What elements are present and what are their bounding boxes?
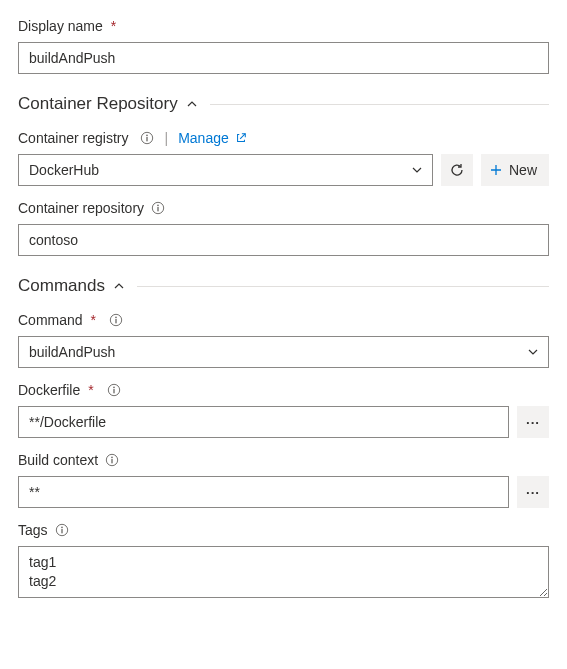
commands-section-header[interactable]: Commands — [18, 276, 549, 296]
container-registry-field: Container registry | Manage DockerHub — [18, 130, 549, 186]
ellipsis-icon: ··· — [526, 485, 540, 500]
browse-button[interactable]: ··· — [517, 476, 549, 508]
command-field: Command * buildAndPush — [18, 312, 549, 368]
required-asterisk: * — [91, 312, 96, 328]
section-divider — [210, 104, 549, 105]
info-icon[interactable] — [106, 382, 122, 398]
tags-label: Tags — [18, 522, 48, 538]
svg-point-10 — [113, 387, 115, 389]
plus-icon — [489, 163, 503, 177]
container-repository-label: Container repository — [18, 200, 144, 216]
tags-field: Tags — [18, 522, 549, 601]
command-label: Command — [18, 312, 83, 328]
svg-point-1 — [146, 135, 148, 137]
build-context-input[interactable] — [18, 476, 509, 508]
required-asterisk: * — [111, 18, 116, 34]
info-icon[interactable] — [150, 200, 166, 216]
svg-point-7 — [115, 317, 117, 319]
container-registry-label: Container registry — [18, 130, 129, 146]
refresh-icon — [449, 162, 465, 178]
build-context-field: Build context ··· — [18, 452, 549, 508]
svg-rect-8 — [115, 319, 116, 323]
dockerfile-label: Dockerfile — [18, 382, 80, 398]
command-select[interactable]: buildAndPush — [18, 336, 549, 368]
svg-point-13 — [111, 457, 113, 459]
svg-rect-11 — [113, 389, 114, 393]
browse-button[interactable]: ··· — [517, 406, 549, 438]
external-link-icon — [235, 132, 247, 144]
svg-rect-5 — [157, 207, 158, 211]
dockerfile-field: Dockerfile * ··· — [18, 382, 549, 438]
container-repository-section-header[interactable]: Container Repository — [18, 94, 549, 114]
info-icon[interactable] — [54, 522, 70, 538]
ellipsis-icon: ··· — [526, 415, 540, 430]
display-name-label: Display name — [18, 18, 103, 34]
svg-rect-17 — [61, 529, 62, 533]
dockerfile-input[interactable] — [18, 406, 509, 438]
refresh-button[interactable] — [441, 154, 473, 186]
divider: | — [165, 130, 169, 146]
svg-rect-14 — [112, 459, 113, 463]
svg-point-4 — [157, 205, 159, 207]
section-divider — [137, 286, 549, 287]
display-name-input[interactable] — [18, 42, 549, 74]
build-context-label: Build context — [18, 452, 98, 468]
container-repository-input[interactable] — [18, 224, 549, 256]
section-title: Container Repository — [18, 94, 178, 114]
container-repository-field: Container repository — [18, 200, 549, 256]
new-button[interactable]: New — [481, 154, 549, 186]
chevron-up-icon — [186, 98, 198, 110]
container-registry-select[interactable]: DockerHub — [18, 154, 433, 186]
info-icon[interactable] — [104, 452, 120, 468]
chevron-up-icon — [113, 280, 125, 292]
required-asterisk: * — [88, 382, 93, 398]
svg-rect-2 — [146, 137, 147, 141]
section-title: Commands — [18, 276, 105, 296]
manage-link[interactable]: Manage — [178, 130, 247, 146]
info-icon[interactable] — [108, 312, 124, 328]
display-name-field: Display name * — [18, 18, 549, 74]
svg-point-16 — [61, 527, 63, 529]
tags-textarea[interactable] — [18, 546, 549, 598]
info-icon[interactable] — [139, 130, 155, 146]
